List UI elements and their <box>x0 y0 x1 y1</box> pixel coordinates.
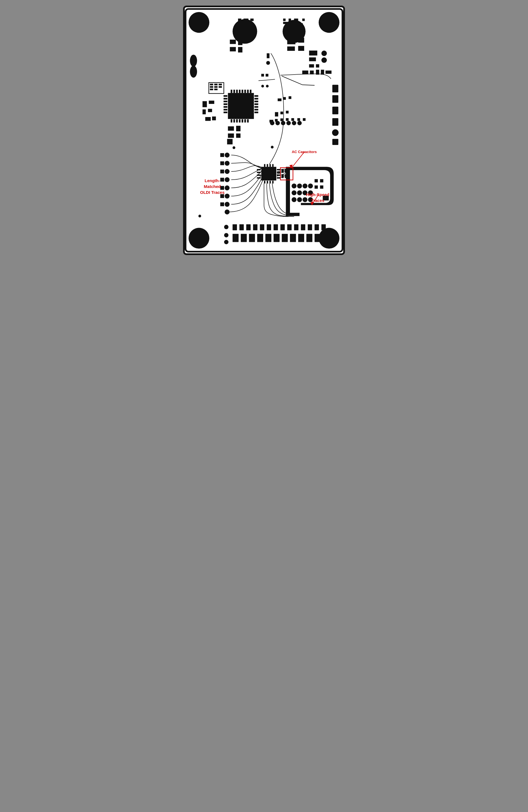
svg-rect-174 <box>306 234 313 242</box>
svg-rect-156 <box>267 224 271 230</box>
svg-rect-185 <box>309 50 317 56</box>
svg-point-204 <box>232 146 235 149</box>
svg-rect-173 <box>298 234 304 242</box>
svg-rect-23 <box>238 47 242 53</box>
svg-rect-51 <box>231 90 232 93</box>
svg-point-188 <box>321 58 327 63</box>
svg-point-93 <box>292 121 296 126</box>
svg-rect-54 <box>239 90 241 93</box>
svg-rect-47 <box>255 103 258 105</box>
svg-rect-59 <box>231 119 232 122</box>
svg-rect-208 <box>285 174 287 178</box>
svg-point-115 <box>225 202 230 207</box>
svg-rect-60 <box>233 119 235 122</box>
svg-rect-195 <box>326 71 332 74</box>
svg-rect-112 <box>220 194 224 198</box>
svg-rect-159 <box>287 224 292 230</box>
svg-rect-169 <box>266 234 272 242</box>
svg-rect-21 <box>238 40 242 45</box>
svg-rect-0 <box>185 8 343 252</box>
svg-point-202 <box>266 85 269 87</box>
svg-point-105 <box>225 161 230 166</box>
svg-rect-63 <box>242 119 243 122</box>
svg-point-6 <box>232 19 257 44</box>
svg-rect-198 <box>278 98 282 101</box>
svg-rect-25 <box>298 38 304 43</box>
svg-rect-108 <box>220 178 224 182</box>
svg-rect-154 <box>253 224 258 230</box>
svg-point-5 <box>319 228 340 249</box>
svg-point-137 <box>308 184 313 189</box>
svg-point-141 <box>308 190 313 195</box>
svg-rect-53 <box>236 90 238 93</box>
svg-rect-101 <box>303 118 305 121</box>
svg-rect-189 <box>309 64 314 68</box>
svg-rect-50 <box>255 112 258 113</box>
svg-rect-75 <box>202 101 207 107</box>
svg-rect-151 <box>232 224 237 230</box>
svg-point-143 <box>297 197 302 202</box>
svg-rect-97 <box>281 118 283 121</box>
svg-rect-81 <box>228 126 234 131</box>
svg-rect-43 <box>224 112 227 113</box>
svg-rect-77 <box>202 110 206 115</box>
svg-point-94 <box>297 121 302 126</box>
svg-rect-164 <box>321 224 326 230</box>
svg-rect-48 <box>255 106 258 108</box>
svg-rect-147 <box>320 179 323 183</box>
svg-rect-65 <box>247 119 248 122</box>
svg-point-92 <box>286 121 291 126</box>
svg-rect-162 <box>308 224 312 230</box>
svg-rect-86 <box>275 112 278 116</box>
svg-rect-191 <box>302 71 308 75</box>
svg-rect-78 <box>208 109 212 112</box>
svg-rect-12 <box>289 18 291 22</box>
svg-rect-56 <box>244 90 246 93</box>
svg-rect-126 <box>264 164 266 167</box>
svg-rect-14 <box>302 18 305 21</box>
svg-rect-168 <box>257 234 263 242</box>
svg-rect-199 <box>283 97 286 100</box>
svg-rect-146 <box>315 179 318 183</box>
svg-rect-132 <box>270 181 271 184</box>
svg-rect-38 <box>224 98 227 99</box>
svg-rect-28 <box>332 85 338 92</box>
svg-point-107 <box>225 169 230 174</box>
svg-point-145 <box>308 197 313 202</box>
svg-point-142 <box>292 197 297 202</box>
svg-rect-45 <box>255 98 258 99</box>
svg-rect-153 <box>246 224 251 230</box>
svg-rect-57 <box>247 90 248 93</box>
svg-rect-83 <box>228 133 234 138</box>
svg-rect-205 <box>282 169 284 173</box>
svg-rect-206 <box>285 169 287 173</box>
svg-rect-158 <box>281 224 285 230</box>
svg-rect-61 <box>236 119 238 122</box>
svg-point-178 <box>224 233 229 237</box>
svg-rect-26 <box>287 46 295 51</box>
svg-rect-133 <box>272 181 273 184</box>
svg-rect-100 <box>297 118 300 121</box>
svg-rect-200 <box>289 96 291 99</box>
svg-rect-183 <box>261 74 264 76</box>
svg-rect-149 <box>320 186 323 189</box>
svg-point-140 <box>302 190 307 195</box>
svg-rect-16 <box>247 23 251 26</box>
svg-rect-76 <box>209 101 214 104</box>
svg-rect-36 <box>228 93 254 119</box>
svg-rect-69 <box>210 89 213 90</box>
svg-rect-165 <box>232 234 239 242</box>
svg-point-179 <box>224 240 229 244</box>
svg-rect-96 <box>275 119 278 122</box>
svg-rect-87 <box>281 112 283 114</box>
svg-rect-33 <box>332 139 338 145</box>
svg-rect-172 <box>290 234 296 242</box>
svg-point-109 <box>225 177 230 182</box>
svg-rect-163 <box>315 224 319 230</box>
svg-rect-18 <box>290 23 297 26</box>
svg-rect-102 <box>220 153 224 157</box>
svg-rect-167 <box>249 234 255 242</box>
svg-rect-68 <box>210 86 213 88</box>
svg-rect-85 <box>227 139 233 144</box>
svg-rect-82 <box>236 126 241 131</box>
